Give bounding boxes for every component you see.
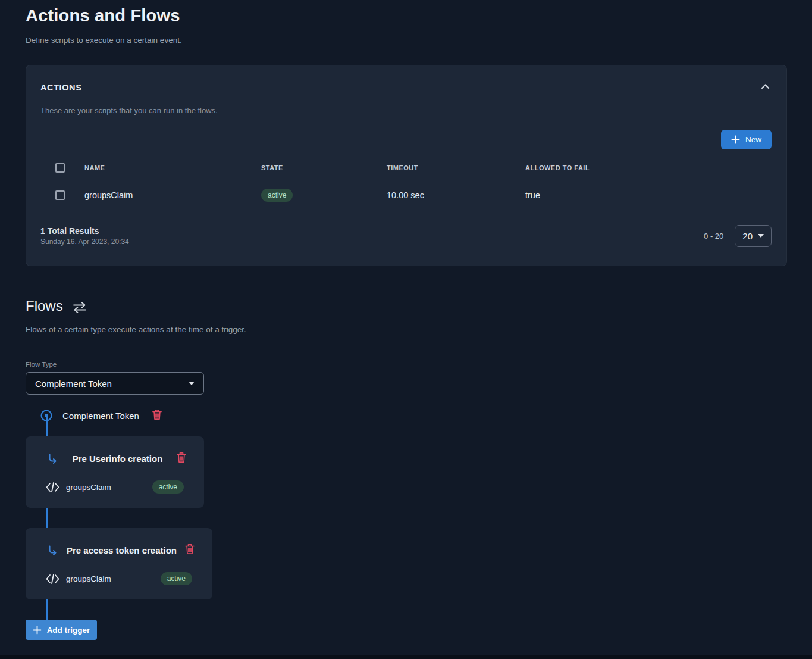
actions-card-header: ACTIONS	[40, 82, 772, 93]
actions-and-flows-page: Actions and Flows Define scripts to exec…	[0, 0, 812, 640]
pagination: 0 - 20 20	[704, 225, 772, 247]
trigger-card-pre-access-token[interactable]: Pre access token creation	[26, 528, 212, 599]
results-timestamp: Sunday 16. Apr 2023, 20:34	[40, 238, 129, 246]
actions-card-description: These are your scripts that you can run …	[40, 106, 772, 115]
trigger-action-name: groupsClaim	[66, 483, 111, 492]
trigger-action-row: groupsClaim active	[26, 572, 212, 585]
bottom-edge-strip	[0, 655, 812, 659]
column-header-name: NAME	[84, 164, 261, 171]
trigger-card-pre-userinfo[interactable]: Pre Userinfo creation	[26, 436, 204, 508]
page-size-select[interactable]: 20	[735, 225, 772, 247]
plus-icon	[33, 626, 42, 635]
flow-type-label: Flow Type	[26, 361, 786, 368]
caret-down-icon	[189, 382, 195, 385]
page-size-value: 20	[742, 231, 753, 241]
collapse-card-button[interactable]	[759, 82, 772, 93]
flows-subtitle: Flows of a certain type execute actions …	[26, 325, 786, 334]
table-footer: 1 Total Results Sunday 16. Apr 2023, 20:…	[40, 220, 772, 251]
pagination-range: 0 - 20	[704, 232, 723, 241]
new-action-button[interactable]: New	[721, 130, 772, 149]
actions-card: ACTIONS These are your scripts that you …	[26, 65, 787, 266]
actions-card-title: ACTIONS	[40, 83, 81, 92]
caret-down-icon	[758, 234, 764, 238]
swap-horizontal-icon	[72, 302, 87, 313]
trigger-action-row: groupsClaim active	[26, 480, 204, 494]
new-action-button-label: New	[745, 135, 761, 144]
table-row[interactable]: groupsClaim active 10.00 sec true	[40, 179, 772, 211]
actions-toolbar: New	[40, 130, 772, 149]
flow-root-label: Complement Token	[62, 411, 139, 421]
flow-diagram: Complement Token	[26, 409, 786, 640]
subdirectory-arrow-icon	[47, 545, 58, 556]
column-header-state: STATE	[261, 164, 387, 171]
delete-trigger-button[interactable]	[177, 452, 186, 465]
actions-table: NAME STATE TIMEOUT ALLOWED TO FAIL group…	[40, 157, 772, 211]
delete-flow-button[interactable]	[152, 409, 162, 422]
actions-table-header-row: NAME STATE TIMEOUT ALLOWED TO FAIL	[40, 157, 772, 179]
trigger-action-name: groupsClaim	[66, 574, 111, 583]
code-icon	[46, 573, 59, 585]
plus-icon	[731, 135, 740, 144]
trash-icon	[177, 452, 186, 465]
trigger-title: Pre Userinfo creation	[58, 454, 177, 464]
flows-header: Flows	[26, 298, 786, 314]
action-allowed-to-fail-cell: true	[525, 190, 772, 200]
action-timeout-cell: 10.00 sec	[387, 190, 525, 200]
page-subtitle: Define scripts to execute on a certain e…	[26, 36, 786, 45]
row-select-cell	[40, 190, 84, 200]
add-trigger-button[interactable]: Add trigger	[26, 620, 97, 640]
trash-icon	[152, 409, 162, 422]
trash-icon	[185, 544, 195, 557]
trigger-title: Pre access token creation	[58, 545, 185, 555]
flow-root-node: Complement Token	[26, 409, 786, 422]
column-header-allowed-to-fail: ALLOWED TO FAIL	[525, 164, 772, 171]
page-title: Actions and Flows	[26, 6, 786, 26]
chevron-up-icon	[760, 83, 770, 92]
flow-type-select[interactable]: Complement Token	[26, 372, 204, 395]
code-icon	[46, 482, 59, 493]
trigger-card-header: Pre access token creation	[26, 544, 212, 557]
flows-title: Flows	[26, 298, 63, 314]
trigger-card-header: Pre Userinfo creation	[26, 452, 204, 465]
select-all-checkbox[interactable]	[55, 163, 65, 173]
delete-trigger-button[interactable]	[185, 544, 195, 557]
status-badge: active	[261, 189, 293, 202]
subdirectory-arrow-icon	[47, 453, 58, 464]
status-badge: active	[161, 572, 192, 585]
add-trigger-label: Add trigger	[47, 626, 90, 635]
select-all-cell	[40, 163, 84, 173]
action-state-cell: active	[261, 189, 387, 202]
action-name-cell: groupsClaim	[84, 190, 261, 200]
row-checkbox[interactable]	[55, 190, 65, 200]
column-header-timeout: TIMEOUT	[387, 164, 525, 171]
total-results: 1 Total Results	[40, 226, 129, 236]
status-badge: active	[152, 480, 184, 494]
flow-type-value: Complement Token	[35, 379, 112, 389]
results-summary: 1 Total Results Sunday 16. Apr 2023, 20:…	[40, 226, 129, 246]
trigger-node-icon	[40, 409, 53, 422]
